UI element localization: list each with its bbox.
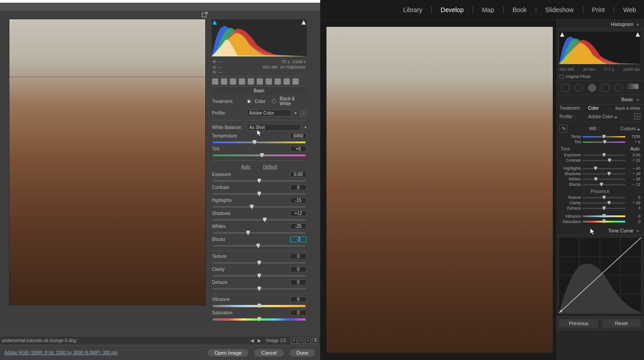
lr-wb-row: ✎ WB : Custom ◂▸ [556,123,644,134]
camera-raw-dialog: R: --- G: --- B: --- f/7.1 1/100 s ISO 4… [0,0,320,360]
lr-profile-browser-icon[interactable] [634,113,640,120]
acr-clarity-slider[interactable]: Clarity 0 [211,266,307,279]
next-image-icon[interactable]: ▶ [256,338,263,343]
previous-button[interactable]: Previous [559,318,599,328]
snapshots-tab-icon[interactable] [292,78,299,85]
lr-temp-slider[interactable]: Temp 7238 [556,134,644,139]
acr-whites-slider[interactable]: Whites -25 [211,223,307,236]
lr-dehaze-slider[interactable]: Dehaze 0 [556,206,644,211]
calib-tab-icon[interactable] [275,78,281,85]
lens-tab-icon[interactable] [257,78,263,85]
module-tab-slideshow[interactable]: Slideshow [545,6,574,13]
profile-dropdown[interactable]: Adobe Color [247,110,291,116]
acr-texture-slider[interactable]: Texture 0 [211,253,307,266]
lr-wb-dropdown[interactable]: Custom ◂▸ [620,126,640,131]
workflow-link[interactable]: Adobe RGB (1998); 8 bit; 2000 by 3000 (6… [4,350,117,355]
lr-shadows-slider[interactable]: Shadows + 29 [556,171,644,176]
svg-point-9 [560,310,562,312]
lr-profile-dropdown[interactable]: Adobe Color ◂▸ [588,114,618,119]
histogram-header[interactable]: Histogram [556,20,644,29]
lr-treatment-row: Treatment : Color Black & White [556,104,644,112]
acr-saturation-slider[interactable]: Saturation 0 [211,309,307,323]
radial-tool-icon[interactable] [614,84,623,92]
module-tab-book[interactable]: Book [513,6,527,13]
open-image-button[interactable]: Open Image [207,348,250,357]
treatment-color-radio[interactable] [247,99,251,103]
lightroom-window: LibraryDevelopMapBookSlideshowPrintWeb H… [320,0,644,360]
default-button[interactable]: Default [263,164,277,169]
lr-vibrance-slider[interactable]: Vibrance 0 [556,214,644,219]
lr-bottom-buttons: Previous Reset [556,315,644,331]
lr-treatment-color[interactable]: Color [588,106,599,111]
lr-profile-row: Profile : Adobe Color ◂▸ [556,112,644,121]
curve-tab-icon[interactable] [221,78,227,85]
acr-preview-image [9,19,206,305]
hsl-tab-icon[interactable] [239,78,245,85]
basic-header[interactable]: Basic [556,95,644,104]
module-tab-library[interactable]: Library [403,6,423,13]
original-photo-row[interactable]: Original Photo [556,73,644,81]
filmstrip-icon-2[interactable]: ≡ [298,338,304,344]
spot-tool-icon[interactable] [575,84,583,92]
acr-blacks-slider[interactable]: Blacks -3 [211,236,307,249]
acr-vibrance-slider[interactable]: Vibrance 0 [211,296,307,309]
tone-auto-button[interactable]: Auto [630,146,640,151]
lr-highlights-slider[interactable]: Highlights – 40 [556,166,644,171]
auto-button[interactable]: Auto [241,164,250,169]
acr-histogram[interactable] [211,19,307,57]
acr-highlights-slider[interactable]: Highlights -15 [211,197,307,210]
filmstrip-icon-3[interactable]: + [305,338,311,344]
module-tab-map[interactable]: Map [482,6,494,13]
lr-treatment-bw[interactable]: Black & White [615,106,640,111]
profile-row: Profile: Adobe Color ▾ [211,108,307,118]
lr-blacks-slider[interactable]: Blacks – 12 [556,182,644,187]
profile-browser-icon[interactable] [300,110,306,116]
crop-tool-icon[interactable] [561,84,569,92]
lr-exif-row: ISO 40024 mmf / 7.11/100 sec [556,66,644,73]
filmstrip-icon-4[interactable]: ≣ [312,338,318,344]
acr-shadows-slider[interactable]: Shadows +12 [211,210,307,223]
detail-tab-icon[interactable] [230,78,236,85]
basic-tab-icon[interactable] [212,78,218,85]
wb-dropdown[interactable]: As Shot [247,124,301,131]
split-tab-icon[interactable] [248,78,254,85]
done-button[interactable]: Done [289,348,316,357]
presets-tab-icon[interactable] [284,78,290,85]
lr-contrast-slider[interactable]: Contrast + 31 [556,158,644,163]
treatment-bw-radio[interactable] [272,99,276,103]
acr-dehaze-slider[interactable]: Dehaze 0 [211,279,307,292]
grad-tool-icon[interactable] [601,84,609,92]
import-icon[interactable] [202,11,208,19]
module-tab-develop[interactable]: Develop [441,6,463,13]
lr-texture-slider[interactable]: Texture 0 [556,195,644,200]
prev-image-icon[interactable]: ◀ [249,338,256,343]
wb-row: White Balance: As Shot ▾ [211,122,307,133]
eyedropper-icon[interactable]: ✎ [559,124,568,133]
filmstrip-icon-1[interactable]: Y [291,338,297,344]
presence-section-label: Presence [556,187,644,195]
acr-tool-row [211,76,307,87]
tonecurve-header[interactable]: Tone Curve [556,226,644,236]
lr-saturation-slider[interactable]: Saturation 0 [556,219,644,224]
lr-tint-slider[interactable]: Tint + 6 [556,139,644,145]
module-tab-web[interactable]: Web [623,6,636,13]
cancel-button[interactable]: Cancel [254,348,284,357]
module-tab-print[interactable]: Print [592,6,605,13]
redeye-tool-icon[interactable] [588,84,596,92]
checkbox-icon[interactable] [559,75,564,79]
fx-tab-icon[interactable] [266,78,272,85]
acr-exposure-slider[interactable]: Exposure 0.00 [211,171,307,184]
brush-tool-icon[interactable] [628,84,639,89]
acr-temperature-slider[interactable]: Temperature 6450 [211,133,307,146]
acr-panel-title: Basic [211,87,307,94]
acr-readout: R: --- G: --- B: --- f/7.1 1/100 s ISO 4… [211,59,307,76]
acr-contrast-slider[interactable]: Contrast 0 [211,184,307,197]
lr-histogram[interactable] [559,31,641,64]
lr-exposure-slider[interactable]: Exposure 0.00 [556,152,644,158]
acr-tint-slider[interactable]: Tint +6 [211,146,307,159]
tone-curve-graph[interactable] [559,237,641,313]
lr-clarity-slider[interactable]: Clarity + 29 [556,200,644,206]
reset-button[interactable]: Reset [602,318,642,328]
acr-filename-bar: undamental-tutorials-slr-lounge-5.dng ◀ … [0,336,320,345]
lr-whites-slider[interactable]: Whites – 38 [556,176,644,182]
